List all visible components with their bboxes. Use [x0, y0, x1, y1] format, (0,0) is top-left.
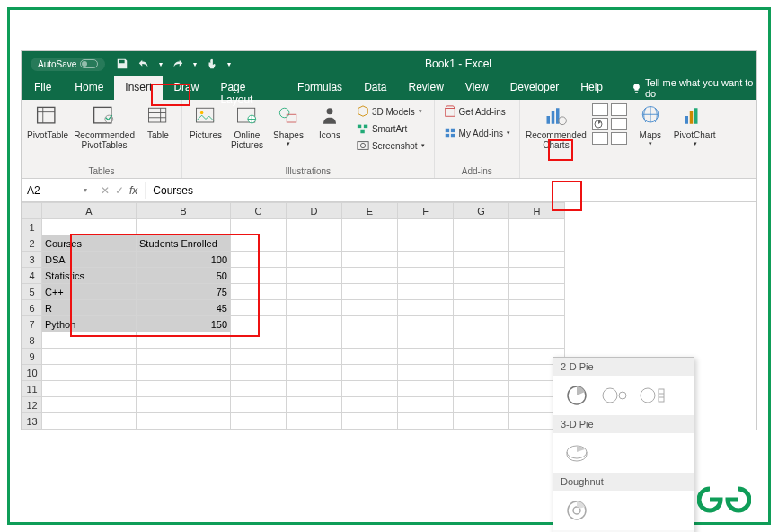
cell-B4[interactable]: 50 — [137, 268, 231, 284]
cell-A2[interactable]: Courses — [42, 235, 137, 252]
cell-E4[interactable] — [342, 268, 398, 284]
cell-B10[interactable] — [137, 365, 231, 381]
column-header-B[interactable]: B — [137, 203, 231, 219]
tab-draw[interactable]: Draw — [163, 76, 209, 100]
cell-C13[interactable] — [231, 413, 287, 430]
cell-A11[interactable] — [42, 381, 137, 397]
maps-button[interactable]: Maps▾ — [632, 103, 668, 147]
cell-F8[interactable] — [398, 332, 454, 349]
my-addins-button[interactable]: My Add-ins▾ — [440, 125, 514, 141]
pivottable-button[interactable]: PivotTable — [27, 103, 68, 140]
cell-C7[interactable] — [231, 316, 287, 332]
cell-D8[interactable] — [287, 332, 342, 349]
formula-input[interactable]: Courses — [145, 182, 756, 200]
cell-H2[interactable] — [509, 235, 565, 252]
get-addins-button[interactable]: Get Add-ins — [440, 103, 514, 120]
icons-button[interactable]: Icons — [312, 103, 348, 140]
shapes-button[interactable]: Shapes▾ — [270, 103, 306, 147]
3d-pie-option[interactable] — [562, 440, 591, 466]
pie-chart-button[interactable] — [592, 118, 608, 130]
row-header-10[interactable]: 10 — [22, 365, 42, 381]
cell-C2[interactable] — [231, 235, 287, 252]
undo-dropdown-icon[interactable]: ▾ — [159, 60, 163, 68]
cell-F7[interactable] — [398, 316, 454, 332]
cell-D7[interactable] — [287, 316, 342, 332]
cell-C1[interactable] — [231, 219, 287, 235]
touch-mode-icon[interactable] — [206, 58, 218, 70]
row-header-13[interactable]: 13 — [22, 413, 42, 430]
cell-C8[interactable] — [231, 332, 287, 349]
cell-D6[interactable] — [287, 300, 342, 316]
redo-dropdown-icon[interactable]: ▾ — [193, 60, 197, 68]
row-header-11[interactable]: 11 — [22, 381, 42, 397]
column-header-F[interactable]: F — [398, 203, 454, 219]
cell-F9[interactable] — [398, 349, 454, 365]
row-header-9[interactable]: 9 — [22, 349, 42, 365]
cell-A8[interactable] — [42, 332, 137, 349]
cell-B6[interactable]: 45 — [137, 300, 231, 316]
cell-A13[interactable] — [42, 413, 137, 430]
column-header-D[interactable]: D — [287, 203, 342, 219]
tab-file[interactable]: File — [22, 76, 64, 100]
pivotchart-button[interactable]: PivotChart▾ — [674, 103, 716, 147]
cell-E2[interactable] — [342, 235, 398, 252]
cell-F11[interactable] — [398, 381, 454, 397]
tab-insert[interactable]: Insert — [114, 76, 163, 100]
cell-G12[interactable] — [454, 397, 509, 413]
cell-C10[interactable] — [231, 365, 287, 381]
cell-G6[interactable] — [454, 300, 509, 316]
column-chart-button[interactable] — [592, 103, 608, 116]
cell-D2[interactable] — [287, 235, 342, 252]
undo-icon[interactable] — [137, 58, 150, 70]
column-header-A[interactable]: A — [42, 203, 137, 219]
cell-E12[interactable] — [342, 397, 398, 413]
recommended-charts-button[interactable]: Recommended Charts — [526, 103, 587, 150]
cell-F2[interactable] — [398, 235, 454, 252]
2d-pie-option[interactable] — [562, 383, 591, 408]
cell-D4[interactable] — [287, 268, 342, 284]
cell-H5[interactable] — [509, 284, 565, 300]
column-header-H[interactable]: H — [509, 203, 565, 219]
cell-G1[interactable] — [454, 219, 509, 235]
tab-page-layout[interactable]: Page Layout — [209, 76, 287, 100]
scatter-chart-button[interactable] — [611, 132, 627, 145]
table-button[interactable]: Table — [140, 103, 176, 140]
cell-G11[interactable] — [454, 381, 509, 397]
bar-of-pie-option[interactable] — [638, 383, 667, 408]
cell-B1[interactable] — [137, 219, 231, 235]
cell-E11[interactable] — [342, 381, 398, 397]
cell-G2[interactable] — [454, 235, 509, 252]
cell-E13[interactable] — [342, 413, 398, 430]
cell-C12[interactable] — [231, 397, 287, 413]
row-header-7[interactable]: 7 — [22, 316, 42, 332]
cell-B8[interactable] — [137, 332, 231, 349]
tab-formulas[interactable]: Formulas — [287, 76, 353, 100]
worksheet[interactable]: ABCDEFGH12CoursesStudents Enrolled3DSA10… — [22, 202, 756, 430]
cell-A7[interactable]: Python — [42, 316, 137, 332]
doughnut-option[interactable] — [562, 498, 591, 523]
cell-E1[interactable] — [342, 219, 398, 235]
chevron-down-icon[interactable]: ▾ — [84, 186, 87, 194]
cell-E6[interactable] — [342, 300, 398, 316]
cell-B3[interactable]: 100 — [137, 252, 231, 268]
cell-F13[interactable] — [398, 413, 454, 430]
cell-G10[interactable] — [454, 365, 509, 381]
cell-D13[interactable] — [287, 413, 342, 430]
cell-B9[interactable] — [137, 349, 231, 365]
screenshot-button[interactable]: Screenshot▾ — [353, 137, 429, 154]
cell-B5[interactable]: 75 — [137, 284, 231, 300]
3d-models-button[interactable]: 3D Models▾ — [353, 103, 429, 120]
row-header-12[interactable]: 12 — [22, 397, 42, 413]
row-header-3[interactable]: 3 — [22, 252, 42, 268]
cell-D12[interactable] — [287, 397, 342, 413]
cell-D5[interactable] — [287, 284, 342, 300]
cell-F1[interactable] — [398, 219, 454, 235]
cell-H4[interactable] — [509, 268, 565, 284]
qat-customize-icon[interactable]: ▾ — [227, 60, 231, 68]
cell-C6[interactable] — [231, 300, 287, 316]
cell-A9[interactable] — [42, 349, 137, 365]
cell-G7[interactable] — [454, 316, 509, 332]
cancel-formula-icon[interactable]: ✕ — [101, 184, 110, 197]
cell-A10[interactable] — [42, 365, 137, 381]
cell-G4[interactable] — [454, 268, 509, 284]
